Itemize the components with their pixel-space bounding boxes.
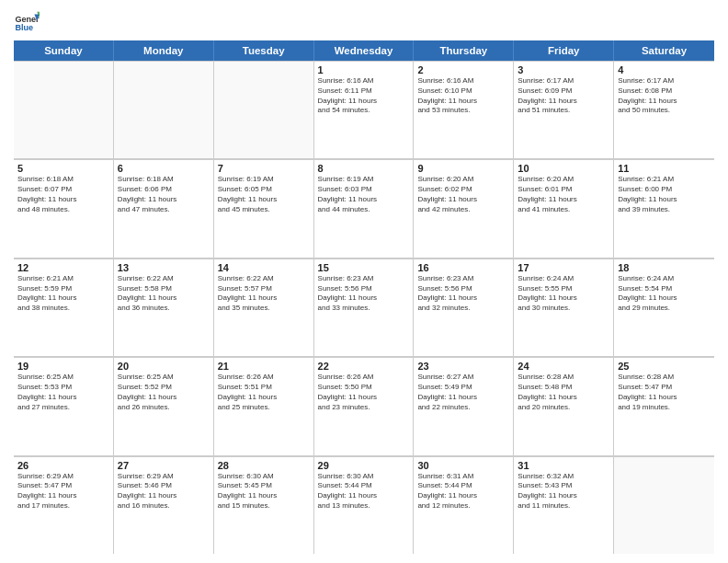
day-cell: 30Sunrise: 6:31 AM Sunset: 5:44 PM Dayli… xyxy=(414,456,514,554)
day-number: 23 xyxy=(417,361,509,372)
day-cell: 4Sunrise: 6:17 AM Sunset: 6:08 PM Daylig… xyxy=(614,61,714,158)
day-info: Sunrise: 6:28 AM Sunset: 5:47 PM Dayligh… xyxy=(618,373,711,412)
page: General Blue SundayMondayTuesdayWednesda… xyxy=(0,0,728,563)
day-cell: 13Sunrise: 6:22 AM Sunset: 5:58 PM Dayli… xyxy=(114,259,214,356)
day-info: Sunrise: 6:19 AM Sunset: 6:05 PM Dayligh… xyxy=(218,175,310,214)
weekday-header: Wednesday xyxy=(314,40,415,61)
calendar-header: SundayMondayTuesdayWednesdayThursdayFrid… xyxy=(14,40,714,61)
day-number: 22 xyxy=(318,361,410,372)
day-info: Sunrise: 6:19 AM Sunset: 6:03 PM Dayligh… xyxy=(318,175,410,214)
day-info: Sunrise: 6:23 AM Sunset: 5:56 PM Dayligh… xyxy=(417,274,509,314)
day-number: 8 xyxy=(318,163,410,174)
calendar-row: 5Sunrise: 6:18 AM Sunset: 6:07 PM Daylig… xyxy=(14,159,714,258)
weekday-header: Monday xyxy=(114,40,214,61)
day-number: 6 xyxy=(118,163,210,174)
day-number: 21 xyxy=(218,361,310,372)
day-number: 3 xyxy=(518,64,609,75)
weekday-header: Thursday xyxy=(414,40,514,61)
day-info: Sunrise: 6:20 AM Sunset: 6:02 PM Dayligh… xyxy=(417,175,509,214)
day-number: 4 xyxy=(618,64,711,75)
day-info: Sunrise: 6:32 AM Sunset: 5:43 PM Dayligh… xyxy=(518,472,609,511)
day-info: Sunrise: 6:18 AM Sunset: 6:07 PM Dayligh… xyxy=(17,175,109,214)
day-number: 16 xyxy=(417,262,509,273)
day-cell: 1Sunrise: 6:16 AM Sunset: 6:11 PM Daylig… xyxy=(314,61,415,158)
day-cell: 26Sunrise: 6:29 AM Sunset: 5:47 PM Dayli… xyxy=(14,456,114,554)
logo-icon: General Blue xyxy=(14,9,40,35)
day-info: Sunrise: 6:25 AM Sunset: 5:52 PM Dayligh… xyxy=(118,373,210,412)
day-number: 12 xyxy=(17,262,109,273)
day-number: 2 xyxy=(417,64,509,75)
day-cell: 3Sunrise: 6:17 AM Sunset: 6:09 PM Daylig… xyxy=(514,61,614,158)
day-info: Sunrise: 6:18 AM Sunset: 6:06 PM Dayligh… xyxy=(118,175,210,214)
day-cell: 29Sunrise: 6:30 AM Sunset: 5:44 PM Dayli… xyxy=(314,456,415,554)
calendar-row: 1Sunrise: 6:16 AM Sunset: 6:11 PM Daylig… xyxy=(14,61,714,159)
day-cell: 17Sunrise: 6:24 AM Sunset: 5:55 PM Dayli… xyxy=(514,259,614,356)
day-cell: 23Sunrise: 6:27 AM Sunset: 5:49 PM Dayli… xyxy=(414,357,514,454)
day-cell: 11Sunrise: 6:21 AM Sunset: 6:00 PM Dayli… xyxy=(614,159,714,257)
day-info: Sunrise: 6:30 AM Sunset: 5:45 PM Dayligh… xyxy=(218,472,310,511)
weekday-header: Tuesday xyxy=(214,40,314,61)
day-number: 15 xyxy=(318,262,410,273)
day-info: Sunrise: 6:17 AM Sunset: 6:09 PM Dayligh… xyxy=(518,76,609,116)
empty-cell xyxy=(114,61,214,158)
day-cell: 16Sunrise: 6:23 AM Sunset: 5:56 PM Dayli… xyxy=(414,259,514,356)
calendar: SundayMondayTuesdayWednesdayThursdayFrid… xyxy=(14,40,714,554)
day-number: 14 xyxy=(218,262,310,273)
calendar-row: 26Sunrise: 6:29 AM Sunset: 5:47 PM Dayli… xyxy=(14,456,714,554)
empty-cell xyxy=(614,456,714,554)
day-cell: 2Sunrise: 6:16 AM Sunset: 6:10 PM Daylig… xyxy=(414,61,514,158)
day-info: Sunrise: 6:25 AM Sunset: 5:53 PM Dayligh… xyxy=(17,373,109,412)
day-info: Sunrise: 6:24 AM Sunset: 5:55 PM Dayligh… xyxy=(518,274,609,314)
day-number: 17 xyxy=(518,262,609,273)
day-number: 28 xyxy=(218,460,310,471)
calendar-row: 19Sunrise: 6:25 AM Sunset: 5:53 PM Dayli… xyxy=(14,357,714,455)
day-number: 31 xyxy=(518,460,609,471)
day-cell: 28Sunrise: 6:30 AM Sunset: 5:45 PM Dayli… xyxy=(214,456,314,554)
day-info: Sunrise: 6:28 AM Sunset: 5:48 PM Dayligh… xyxy=(518,373,609,412)
weekday-header: Friday xyxy=(514,40,614,61)
day-number: 13 xyxy=(118,262,210,273)
day-number: 11 xyxy=(618,163,711,174)
day-info: Sunrise: 6:16 AM Sunset: 6:10 PM Dayligh… xyxy=(417,76,509,116)
day-info: Sunrise: 6:21 AM Sunset: 5:59 PM Dayligh… xyxy=(17,274,109,314)
day-info: Sunrise: 6:29 AM Sunset: 5:46 PM Dayligh… xyxy=(118,472,210,511)
day-info: Sunrise: 6:23 AM Sunset: 5:56 PM Dayligh… xyxy=(318,274,410,314)
day-cell: 20Sunrise: 6:25 AM Sunset: 5:52 PM Dayli… xyxy=(114,357,214,454)
day-info: Sunrise: 6:22 AM Sunset: 5:58 PM Dayligh… xyxy=(118,274,210,314)
day-cell: 31Sunrise: 6:32 AM Sunset: 5:43 PM Dayli… xyxy=(514,456,614,554)
day-info: Sunrise: 6:29 AM Sunset: 5:47 PM Dayligh… xyxy=(17,472,109,511)
day-info: Sunrise: 6:17 AM Sunset: 6:08 PM Dayligh… xyxy=(618,76,711,116)
empty-cell xyxy=(214,61,314,158)
day-number: 7 xyxy=(218,163,310,174)
day-cell: 19Sunrise: 6:25 AM Sunset: 5:53 PM Dayli… xyxy=(14,357,114,454)
weekday-header: Sunday xyxy=(14,40,114,61)
day-info: Sunrise: 6:22 AM Sunset: 5:57 PM Dayligh… xyxy=(218,274,310,314)
day-number: 30 xyxy=(417,460,509,471)
day-number: 25 xyxy=(618,361,711,372)
weekday-header: Saturday xyxy=(614,40,714,61)
day-info: Sunrise: 6:26 AM Sunset: 5:51 PM Dayligh… xyxy=(218,373,310,412)
day-info: Sunrise: 6:21 AM Sunset: 6:00 PM Dayligh… xyxy=(618,175,711,214)
header: General Blue xyxy=(14,9,714,35)
day-info: Sunrise: 6:20 AM Sunset: 6:01 PM Dayligh… xyxy=(518,175,609,214)
day-info: Sunrise: 6:24 AM Sunset: 5:54 PM Dayligh… xyxy=(618,274,711,314)
day-cell: 14Sunrise: 6:22 AM Sunset: 5:57 PM Dayli… xyxy=(214,259,314,356)
day-number: 18 xyxy=(618,262,711,273)
day-number: 1 xyxy=(318,64,410,75)
day-cell: 15Sunrise: 6:23 AM Sunset: 5:56 PM Dayli… xyxy=(314,259,415,356)
day-info: Sunrise: 6:31 AM Sunset: 5:44 PM Dayligh… xyxy=(417,472,509,511)
day-cell: 5Sunrise: 6:18 AM Sunset: 6:07 PM Daylig… xyxy=(14,159,114,257)
day-number: 27 xyxy=(118,460,210,471)
day-cell: 22Sunrise: 6:26 AM Sunset: 5:50 PM Dayli… xyxy=(314,357,415,454)
day-number: 5 xyxy=(17,163,109,174)
day-cell: 10Sunrise: 6:20 AM Sunset: 6:01 PM Dayli… xyxy=(514,159,614,257)
day-info: Sunrise: 6:16 AM Sunset: 6:11 PM Dayligh… xyxy=(318,76,410,116)
day-cell: 9Sunrise: 6:20 AM Sunset: 6:02 PM Daylig… xyxy=(414,159,514,257)
day-number: 19 xyxy=(17,361,109,372)
day-info: Sunrise: 6:30 AM Sunset: 5:44 PM Dayligh… xyxy=(318,472,410,511)
day-number: 29 xyxy=(318,460,410,471)
day-info: Sunrise: 6:27 AM Sunset: 5:49 PM Dayligh… xyxy=(417,373,509,412)
day-cell: 6Sunrise: 6:18 AM Sunset: 6:06 PM Daylig… xyxy=(114,159,214,257)
day-cell: 12Sunrise: 6:21 AM Sunset: 5:59 PM Dayli… xyxy=(14,259,114,356)
calendar-row: 12Sunrise: 6:21 AM Sunset: 5:59 PM Dayli… xyxy=(14,259,714,357)
